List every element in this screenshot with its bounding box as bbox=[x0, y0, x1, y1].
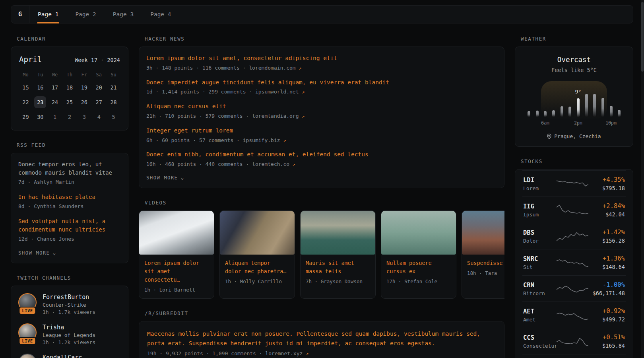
video-card[interactable]: Nullam posuere cursus ex 17h · Stefan Co… bbox=[381, 210, 456, 299]
current-temp-label: 9° bbox=[575, 89, 582, 95]
hn-item-link[interactable]: Aliquam nec cursus elit bbox=[146, 102, 497, 111]
weather-bar bbox=[585, 94, 588, 117]
weather-bar bbox=[544, 111, 547, 117]
rss-item: In hac habitasse platea 8d · Cynthia Sau… bbox=[18, 193, 121, 210]
page-tab[interactable]: Page 4 bbox=[142, 6, 179, 23]
hn-item-domain-link[interactable]: ipsumworld.net ↗ bbox=[255, 89, 305, 95]
weather-bar bbox=[536, 111, 539, 117]
stock-row[interactable]: IIG Ipsum +2.84% $42.04 bbox=[522, 197, 626, 223]
stock-values: +2.84% $42.04 bbox=[588, 202, 625, 218]
section-title-hacker-news: HACKER NEWS bbox=[145, 36, 504, 42]
page-tab[interactable]: Page 1 bbox=[29, 6, 67, 23]
stock-row[interactable]: SNRC Sit +1.36% $148.64 bbox=[522, 249, 626, 275]
twitch-channel[interactable]: LIVE KendallCarr bbox=[18, 354, 121, 358]
page-tab[interactable]: Page 2 bbox=[67, 6, 104, 23]
video-card[interactable]: Aliquam tempor dolor nec pharetra… 1h · … bbox=[219, 210, 295, 299]
scrollbar-thumb[interactable] bbox=[641, 2, 644, 72]
stock-change: +1.42% bbox=[588, 229, 625, 236]
external-link-icon: ↗ bbox=[306, 351, 308, 356]
hn-show-more-button[interactable]: SHOW MORE⌄ bbox=[146, 175, 184, 181]
weather-bar bbox=[593, 94, 596, 117]
hn-items: Lorem ipsum dolor sit amet, consectetur … bbox=[146, 54, 497, 168]
stock-change: +1.36% bbox=[588, 255, 625, 262]
hn-item-link[interactable]: Donec imperdiet augue tincidunt felis al… bbox=[146, 78, 497, 87]
video-thumbnail bbox=[301, 211, 375, 255]
stock-price: $165.84 bbox=[588, 342, 625, 349]
stock-change: +0.92% bbox=[588, 307, 625, 315]
hn-item-domain-link[interactable]: loremtech.co ↗ bbox=[252, 161, 295, 167]
hn-item: Lorem ipsum dolor sit amet, consectetur … bbox=[146, 54, 497, 72]
hn-item-link[interactable]: Lorem ipsum dolor sit amet, consectetur … bbox=[146, 54, 497, 63]
calendar-days-grid: 1516171819202122232425262728293012345 bbox=[18, 82, 121, 123]
video-card[interactable]: Lorem ipsum dolor sit amet consectetu… 1… bbox=[139, 210, 214, 299]
hacker-news-widget: Lorem ipsum dolor sit amet, consectetur … bbox=[139, 47, 504, 188]
video-info: Suspendisse diam 18h · Tara bbox=[462, 255, 504, 282]
page-tab[interactable]: Page 3 bbox=[105, 6, 142, 23]
video-thumbnail bbox=[381, 211, 456, 255]
hn-item-domain-link[interactable]: loremdomain.com ↗ bbox=[249, 65, 301, 71]
weather-feels-like: Feels like 5°C bbox=[523, 67, 625, 73]
weekday-label: Su bbox=[108, 72, 120, 78]
hn-item-link[interactable]: Donec enim nibh, condimentum et accumsan… bbox=[146, 150, 497, 159]
hn-item: Donec imperdiet augue tincidunt felis al… bbox=[146, 78, 497, 96]
rss-item-link[interactable]: In hac habitasse platea bbox=[18, 193, 121, 201]
stock-identity: AET Amet bbox=[523, 308, 557, 323]
weather-hour-slot bbox=[549, 110, 558, 117]
hn-item-domain-link[interactable]: loremlandia.org ↗ bbox=[252, 113, 305, 119]
twitch-section: TWITCH CHANNELS LIVE ForrestBurton Count… bbox=[11, 275, 128, 358]
channel-category: League of Legends bbox=[43, 332, 95, 338]
reddit-post-stats: 19h · 9,932 points · 1,090 comments · bbox=[147, 350, 265, 356]
hn-item-domain: loremtech.co bbox=[252, 161, 289, 167]
video-title: Lorem ipsum dolor sit amet consectetu… bbox=[144, 259, 209, 284]
rss-item-link[interactable]: Donec tempor eros leo, ut commodo mauris… bbox=[18, 160, 121, 177]
hn-item-domain-link[interactable]: ipsumify.biz ↗ bbox=[243, 137, 286, 143]
reddit-post-link[interactable]: Maecenas mollis pulvinar erat non posuer… bbox=[147, 329, 496, 348]
video-meta: 7h · Grayson Dawson bbox=[306, 278, 370, 284]
page-tabs: Page 1Page 2Page 3Page 4 bbox=[29, 6, 180, 23]
live-badge: LIVE bbox=[19, 307, 36, 315]
reddit-post-meta: 19h · 9,932 points · 1,090 comments · lo… bbox=[147, 350, 496, 358]
stock-name: Bitcorn bbox=[523, 290, 557, 296]
calendar-day: 17 bbox=[49, 82, 61, 93]
weather-bar bbox=[561, 106, 563, 117]
dashboard-columns: CALENDAR April Week 17 · 2024 MoTuWeThFr… bbox=[11, 36, 633, 358]
reddit-post-domain-link[interactable]: loremnet.xyz ↗ bbox=[265, 350, 308, 356]
logo[interactable]: G bbox=[11, 6, 29, 23]
twitch-channel[interactable]: LIVE Trisha League of Legends 3h · 1.2k … bbox=[18, 323, 121, 345]
calendar-day: 22 bbox=[19, 96, 31, 108]
stocks-section: STOCKS LDI Lorem +4.35% $795.18 bbox=[515, 158, 633, 358]
stock-row[interactable]: DBS Dolor +1.42% $156.28 bbox=[522, 223, 626, 249]
video-title: Nullam posuere cursus ex bbox=[386, 259, 451, 276]
scrollbar[interactable] bbox=[641, 0, 644, 358]
dashboard-page: G Page 1Page 2Page 3Page 4 CALENDAR Apri… bbox=[0, 0, 644, 358]
stock-price: $148.64 bbox=[588, 264, 625, 270]
rss-item: Sed volutpat nulla nisl, a condimentum n… bbox=[18, 217, 121, 243]
video-info: Nullam posuere cursus ex 17h · Stefan Co… bbox=[381, 255, 456, 290]
hn-item-link[interactable]: Integer eget rutrum lorem bbox=[146, 126, 497, 135]
videos-section: VIDEOS Lorem ipsum dolor sit amet consec… bbox=[139, 200, 504, 299]
stock-sparkline bbox=[557, 334, 588, 348]
stock-row[interactable]: AET Amet +0.92% $499.72 bbox=[522, 302, 626, 328]
stock-row[interactable]: CCS Consectetur +0.51% $165.84 bbox=[522, 328, 626, 354]
rss-item-link[interactable]: Sed volutpat nulla nisl, a condimentum n… bbox=[18, 217, 121, 234]
rss-section: RSS FEED Donec tempor eros leo, ut commo… bbox=[11, 142, 128, 263]
weather-hour-slot bbox=[566, 107, 574, 117]
hn-item-meta: 1d · 1,414 points · 299 comments · ipsum… bbox=[146, 88, 497, 96]
stock-sparkline bbox=[557, 203, 588, 217]
calendar-weekday-row: MoTuWeThFrSaSu bbox=[18, 72, 121, 78]
stock-row[interactable]: LDI Lorem +4.35% $795.18 bbox=[522, 170, 626, 197]
stock-symbol: CRN bbox=[523, 282, 557, 289]
topbar: G Page 1Page 2Page 3Page 4 bbox=[11, 5, 633, 23]
channel-info: ForrestBurton Counter-Strike 1h · 1.7k v… bbox=[43, 293, 95, 315]
twitch-channel[interactable]: LIVE ForrestBurton Counter-Strike 1h · 1… bbox=[18, 293, 121, 315]
avatar: LIVE bbox=[18, 354, 37, 358]
video-meta: 17h · Stefan Cole bbox=[386, 278, 451, 284]
stock-row[interactable]: CRN Bitcorn -1.00% $66,171.48 bbox=[522, 275, 626, 302]
videos-row: Lorem ipsum dolor sit amet consectetu… 1… bbox=[139, 210, 504, 299]
stock-row[interactable]: AHS +0.46% bbox=[522, 354, 626, 358]
video-card[interactable]: Mauris sit amet massa felis 7h · Grayson… bbox=[300, 210, 376, 299]
rss-item: Donec tempor eros leo, ut commodo mauris… bbox=[18, 160, 121, 186]
rss-show-more-button[interactable]: SHOW MORE⌄ bbox=[18, 250, 56, 256]
video-card[interactable]: Suspendisse diam 18h · Tara bbox=[462, 210, 504, 299]
hn-item: Integer eget rutrum lorem 6h · 60 points… bbox=[146, 126, 497, 144]
